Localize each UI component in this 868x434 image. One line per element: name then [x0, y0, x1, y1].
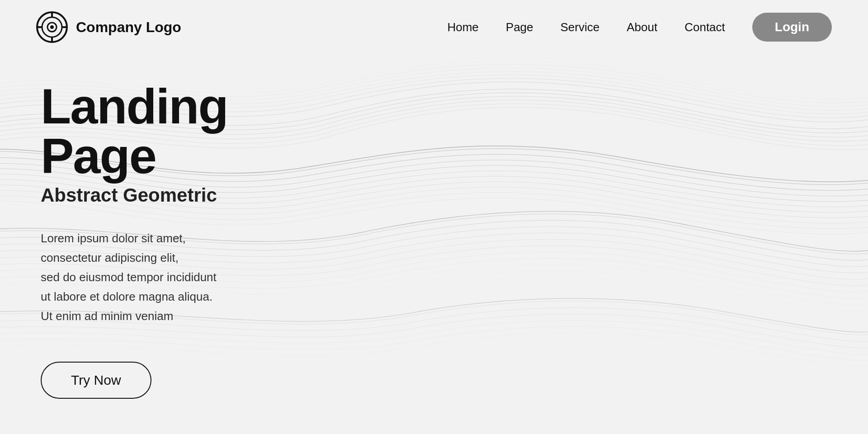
- hero-subtitle: Abstract Geometric: [41, 184, 321, 206]
- nav-about[interactable]: About: [627, 20, 657, 34]
- navbar: Company Logo Home Page Service About Con…: [0, 0, 868, 54]
- logo-icon: [36, 11, 68, 43]
- login-button[interactable]: Login: [752, 13, 832, 42]
- nav-home[interactable]: Home: [447, 20, 478, 34]
- logo-area: Company Logo: [36, 11, 181, 43]
- hero-section: Company Logo Home Page Service About Con…: [0, 0, 868, 434]
- svg-point-4: [50, 25, 54, 29]
- hero-title: Landing Page: [41, 81, 321, 181]
- logo-text: Company Logo: [76, 19, 181, 36]
- nav-contact[interactable]: Contact: [684, 20, 725, 34]
- hero-body: Lorem ipsum dolor sit amet, consectetur …: [41, 229, 321, 326]
- nav-service[interactable]: Service: [561, 20, 600, 34]
- hero-content: Landing Page Abstract Geometric Lorem ip…: [41, 81, 321, 399]
- nav-links: Home Page Service About Contact Login: [447, 13, 832, 42]
- nav-page[interactable]: Page: [506, 20, 533, 34]
- try-now-button[interactable]: Try Now: [41, 362, 151, 399]
